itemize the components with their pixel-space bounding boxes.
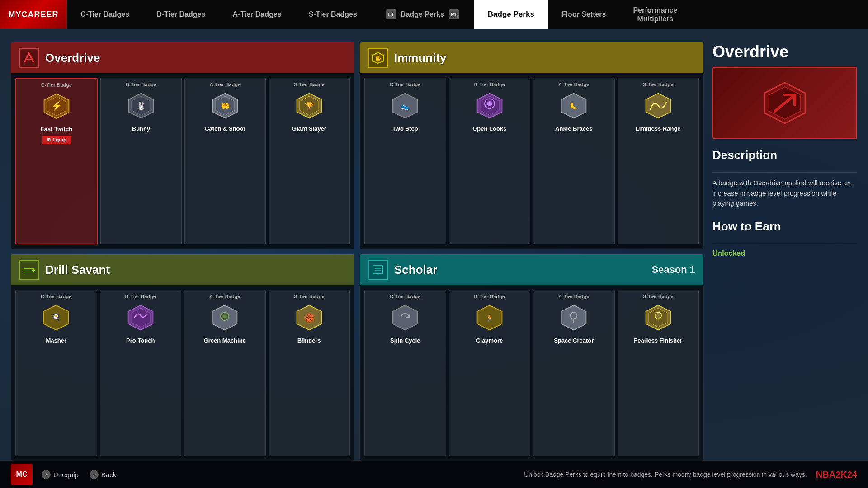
catch-shoot-name: Catch & Shoot	[205, 125, 245, 132]
svg-text:🤲: 🤲	[221, 101, 230, 111]
nav-b-tier[interactable]: B-Tier Badges	[143, 0, 219, 29]
bottom-bar: MC ⊙ Unequip ⊙ Back Unlock Badge Perks t…	[0, 461, 868, 488]
badge-blinders[interactable]: S-Tier Badge 🏀 Blinders	[269, 290, 350, 456]
catch-shoot-image: 🤲	[209, 90, 241, 122]
ankle-braces-name: Ankle Braces	[555, 125, 592, 132]
badge-bunny[interactable]: B-Tier Badge 🐰 Bunny	[100, 78, 182, 244]
nav-s-tier[interactable]: S-Tier Badges	[295, 0, 371, 29]
overdrive-header: Overdrive	[11, 42, 354, 73]
badge-giant-slayer[interactable]: S-Tier Badge 🏆 Giant Slayer	[269, 78, 350, 244]
svg-text:🏀: 🏀	[304, 313, 314, 323]
drill-savant-body: C-Tier Badge 🍳 Masher B-Tier Badge	[11, 285, 354, 461]
back-button[interactable]: ⊙ Back	[90, 470, 116, 479]
limitless-range-tier: S-Tier Badge	[643, 82, 674, 87]
open-looks-image	[474, 90, 505, 122]
drill-savant-panel: Drill Savant C-Tier Badge 🍳 Masher	[11, 254, 354, 461]
panels-area: Overdrive C-Tier Badge ⚡ Fast Twitch Equ…	[11, 42, 703, 461]
pro-touch-name: Pro Touch	[126, 337, 155, 344]
l1-icon: L1	[386, 9, 396, 19]
badge-spin-cycle[interactable]: C-Tier Badge Spin Cycle	[364, 290, 446, 456]
nav-badge-perks[interactable]: L1 Badge Perks R1	[371, 0, 474, 29]
svg-text:🐰: 🐰	[137, 101, 146, 111]
fast-twitch-tier: C-Tier Badge	[41, 82, 72, 88]
limitless-range-image	[642, 90, 674, 122]
earn-section-title: How to Earn	[712, 220, 857, 234]
claymore-tier: B-Tier Badge	[474, 294, 505, 299]
svg-text:🦶: 🦶	[570, 102, 578, 110]
divider-earn	[712, 244, 857, 244]
desc-description-title: Description	[712, 148, 857, 162]
blinders-tier: S-Tier Badge	[294, 294, 325, 299]
scholar-icon	[368, 260, 388, 280]
catch-shoot-tier: A-Tier Badge	[210, 82, 241, 87]
svg-text:⚡: ⚡	[51, 100, 63, 111]
blinders-name: Blinders	[297, 337, 321, 344]
scholar-panel: Scholar Season 1 C-Tier Badge Spin Cycle	[360, 254, 703, 461]
desc-badge-preview	[712, 67, 857, 139]
two-step-tier: C-Tier Badge	[390, 82, 420, 87]
immunity-header: ✋ Immunity	[360, 42, 703, 73]
spin-cycle-image	[389, 302, 421, 333]
badge-two-step[interactable]: C-Tier Badge 👟 Two Step	[364, 78, 446, 244]
badge-catch-shoot[interactable]: A-Tier Badge 🤲 Catch & Shoot	[184, 78, 266, 244]
badge-claymore[interactable]: B-Tier Badge 🏃 Claymore	[449, 290, 531, 456]
fast-twitch-name: Fast Twitch	[41, 126, 73, 133]
bottom-hint: Unlock Badge Perks to equip them to badg…	[524, 471, 807, 478]
immunity-body: C-Tier Badge 👟 Two Step B-Tier Badge	[360, 73, 703, 249]
pro-touch-image	[125, 302, 156, 333]
immunity-icon: ✋	[368, 48, 388, 68]
giant-slayer-image: 🏆	[293, 90, 325, 122]
giant-slayer-name: Giant Slayer	[292, 125, 326, 132]
space-creator-tier: A-Tier Badge	[558, 294, 589, 299]
top-navigation: MyCAREER C-Tier Badges B-Tier Badges A-T…	[0, 0, 868, 29]
overdrive-body: C-Tier Badge ⚡ Fast Twitch Equip B-Tier …	[11, 73, 354, 249]
overdrive-panel: Overdrive C-Tier Badge ⚡ Fast Twitch Equ…	[11, 42, 354, 249]
green-machine-image	[209, 302, 241, 333]
badge-pro-touch[interactable]: B-Tier Badge Pro Touch	[100, 290, 182, 456]
svg-text:✋: ✋	[374, 55, 382, 62]
scholar-body: C-Tier Badge Spin Cycle B-Tier Badge	[360, 285, 703, 461]
nav-performance-multipliers[interactable]: PerformanceMultipliers	[619, 0, 691, 29]
svg-point-19	[487, 101, 492, 106]
bottom-controls: ⊙ Unequip ⊙ Back	[42, 470, 116, 479]
immunity-title: Immunity	[394, 51, 447, 65]
claymore-name: Claymore	[476, 337, 503, 344]
bunny-name: Bunny	[132, 125, 150, 132]
spin-cycle-name: Spin Cycle	[390, 337, 420, 344]
space-creator-name: Space Creator	[554, 337, 594, 344]
equip-button[interactable]: Equip	[42, 136, 71, 144]
badge-ankle-braces[interactable]: A-Tier Badge 🦶 Ankle Braces	[533, 78, 615, 244]
earn-status: Unlocked	[712, 249, 857, 258]
open-looks-tier: B-Tier Badge	[474, 82, 505, 87]
claymore-image: 🏃	[474, 302, 505, 333]
bunny-tier: B-Tier Badge	[126, 82, 156, 87]
nav-floor-setters[interactable]: Floor Setters	[548, 0, 620, 29]
two-step-image: 👟	[389, 90, 421, 122]
immunity-panel: ✋ Immunity C-Tier Badge 👟 Two Step	[360, 42, 703, 249]
divider-desc	[712, 172, 857, 173]
unequip-button[interactable]: ⊙ Unequip	[42, 470, 79, 479]
pro-touch-tier: B-Tier Badge	[125, 294, 156, 299]
badge-limitless-range[interactable]: S-Tier Badge Limitless Range	[618, 78, 699, 244]
scholar-title: Scholar	[394, 263, 437, 277]
fast-twitch-image: ⚡	[41, 90, 72, 122]
badge-masher[interactable]: C-Tier Badge 🍳 Masher	[15, 290, 97, 456]
svg-marker-41	[561, 305, 586, 330]
svg-text:👟: 👟	[401, 101, 410, 111]
open-looks-name: Open Looks	[472, 125, 506, 132]
drill-savant-header: Drill Savant	[11, 254, 354, 285]
nav-a-tier[interactable]: A-Tier Badges	[219, 0, 295, 29]
svg-text:🏃: 🏃	[485, 314, 494, 323]
badge-space-creator[interactable]: A-Tier Badge Space Creator	[533, 290, 615, 456]
badge-open-looks[interactable]: B-Tier Badge Open Looks	[449, 78, 531, 244]
blinders-image: 🏀	[293, 302, 325, 333]
badge-green-machine[interactable]: A-Tier Badge Green Machine	[184, 290, 266, 456]
badge-fearless-finisher[interactable]: S-Tier Badge Fearless Finisher	[618, 290, 699, 456]
ankle-braces-tier: A-Tier Badge	[558, 82, 589, 87]
nav-items: C-Tier Badges B-Tier Badges A-Tier Badge…	[67, 0, 868, 29]
space-creator-image	[558, 302, 590, 333]
nav-badge-perks-active[interactable]: Badge Perks	[474, 0, 548, 29]
badge-fast-twitch[interactable]: C-Tier Badge ⚡ Fast Twitch Equip	[15, 78, 98, 244]
svg-text:🍳: 🍳	[51, 313, 61, 323]
nav-c-tier[interactable]: C-Tier Badges	[67, 0, 143, 29]
